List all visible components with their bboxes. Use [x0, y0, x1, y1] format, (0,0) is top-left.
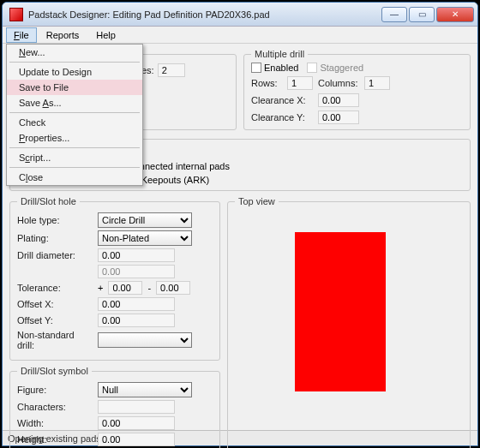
offset-x-value[interactable]: 0.00 — [98, 297, 175, 311]
top-view-legend: Top view — [235, 196, 279, 206]
menu-check[interactable]: Check — [7, 115, 142, 130]
hole-type-label: Hole type: — [17, 215, 93, 225]
app-icon — [9, 8, 23, 21]
columns-value[interactable]: 1 — [364, 76, 390, 90]
nonstd-drill-label: Non-standard drill: — [17, 330, 93, 350]
window-title: Padstack Designer: Editing Pad Definitio… — [27, 9, 380, 20]
drill-diameter2-value: 0.00 — [98, 265, 175, 278]
titlebar[interactable]: Padstack Designer: Editing Pad Definitio… — [3, 3, 477, 27]
clearance-y-value[interactable]: 0.00 — [318, 111, 359, 124]
app-window: Padstack Designer: Editing Pad Definitio… — [2, 2, 478, 446]
drill-diameter-value[interactable]: 0.00 — [98, 248, 175, 262]
width-value[interactable]: 0.00 — [98, 416, 175, 430]
menu-close[interactable]: Close — [7, 170, 142, 185]
multiple-drill-group: Multiple drill Enabled Staggered Rows: 1… — [243, 49, 471, 130]
columns-label: Columns: — [318, 78, 359, 88]
plating-select[interactable]: Non-Plated — [98, 230, 192, 246]
height-value[interactable]: 0.00 — [98, 433, 175, 446]
figure-label: Figure: — [17, 385, 93, 395]
menubar: File Reports Help — [3, 27, 477, 44]
tolerance-minus-value[interactable]: 0.00 — [156, 281, 190, 295]
staggered-checkbox: Staggered — [307, 63, 363, 73]
clearance-y-label: Clearance Y: — [251, 112, 313, 122]
maximize-button[interactable]: ▭ — [409, 7, 435, 22]
nonstd-drill-select[interactable] — [98, 332, 192, 348]
menu-update-to-design[interactable]: Update to Design — [7, 64, 142, 80]
pad-preview-shape — [295, 232, 386, 391]
top-view-group: Top view — [227, 196, 471, 448]
rows-label: Rows: — [251, 78, 282, 88]
menu-properties[interactable]: Properties... — [7, 130, 142, 146]
tolerance-minus: - — [147, 283, 151, 293]
offset-y-label: Offset Y: — [17, 315, 93, 326]
menu-save-to-file[interactable]: Save to File — [7, 80, 142, 95]
menu-save-as[interactable]: Save As... — [7, 95, 142, 111]
drill-slot-symbol-legend: Drill/Slot symbol — [17, 366, 92, 376]
menu-help[interactable]: Help — [88, 27, 123, 43]
menu-reports[interactable]: Reports — [39, 27, 87, 43]
content-area: New... Update to Design Save to File Sav… — [3, 44, 477, 430]
drill-slot-symbol-group: Drill/Slot symbol Figure: Null Character… — [9, 366, 220, 448]
hole-type-select[interactable]: Circle Drill — [98, 212, 192, 228]
file-menu-dropdown: New... Update to Design Save to File Sav… — [6, 44, 143, 186]
height-label: Height: — [17, 434, 93, 445]
close-button[interactable]: ✕ — [436, 7, 474, 22]
characters-value[interactable] — [98, 400, 175, 414]
figure-select[interactable]: Null — [98, 382, 192, 397]
rows-value[interactable]: 1 — [287, 76, 313, 90]
plating-label: Plating: — [17, 233, 93, 243]
tolerance-plus: + — [98, 283, 103, 293]
minimize-button[interactable]: — — [381, 7, 407, 22]
offset-x-label: Offset X: — [17, 299, 93, 309]
width-label: Width: — [17, 418, 93, 428]
clearance-x-label: Clearance X: — [251, 95, 313, 105]
clearance-x-value[interactable]: 0.00 — [318, 93, 359, 107]
menu-file[interactable]: File — [6, 27, 37, 43]
offset-y-value[interactable]: 0.00 — [98, 314, 175, 327]
drill-diameter-label: Drill diameter: — [17, 250, 93, 260]
characters-label: Characters: — [17, 402, 93, 412]
menu-new[interactable]: New... — [7, 45, 142, 60]
tolerance-label: Tolerance: — [17, 283, 93, 293]
drill-slot-hole-legend: Drill/Slot hole — [17, 196, 80, 206]
decimal-places-value[interactable]: 2 — [158, 63, 185, 77]
enabled-checkbox[interactable]: Enabled — [251, 63, 298, 73]
menu-script[interactable]: Script... — [7, 150, 142, 165]
drill-slot-hole-group: Drill/Slot hole Hole type: Circle Drill … — [9, 196, 220, 361]
multiple-drill-legend: Multiple drill — [251, 49, 308, 59]
tolerance-plus-value[interactable]: 0.00 — [108, 281, 142, 295]
